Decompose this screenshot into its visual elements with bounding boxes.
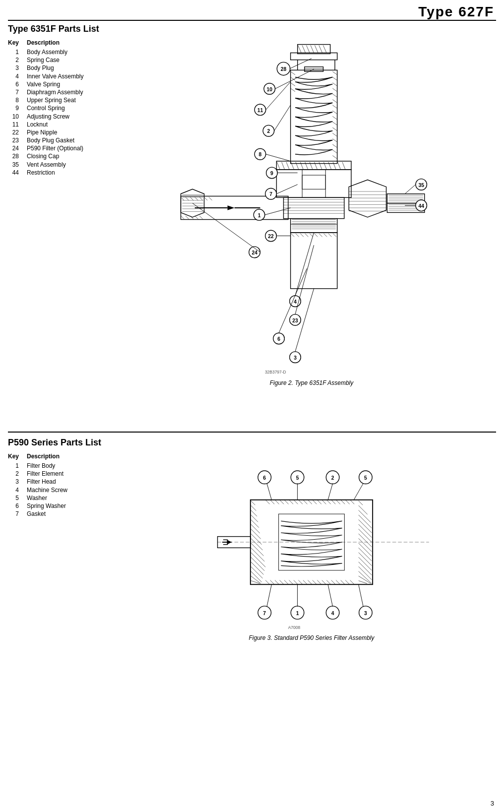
svg-line-179 <box>251 524 260 533</box>
key-cell: 1 <box>8 462 19 470</box>
svg-line-22 <box>332 94 337 97</box>
svg-line-193 <box>359 505 368 514</box>
key-cell: 28 <box>8 152 19 160</box>
table-row: 7Diaphragm Assembly <box>8 88 117 96</box>
svg-line-214 <box>284 500 289 504</box>
desc-cell: Control Spring <box>27 104 117 112</box>
svg-line-257 <box>267 484 271 500</box>
svg-line-224 <box>331 500 336 504</box>
key-cell: 6 <box>8 80 19 88</box>
svg-line-213 <box>280 500 284 504</box>
desc-cell: Body Plug <box>27 64 117 72</box>
figure3-svg: 6 5 2 5 7 <box>192 453 431 631</box>
key-cell: 44 <box>8 169 19 177</box>
svg-line-174 <box>251 501 255 505</box>
svg-text:6: 6 <box>263 475 266 481</box>
svg-line-36 <box>282 162 285 169</box>
svg-text:3: 3 <box>364 611 367 616</box>
svg-line-31 <box>332 144 337 148</box>
table-row: 4Inner Valve Assembly <box>8 72 117 80</box>
table-row: 4Machine Screw <box>8 486 117 494</box>
svg-line-160 <box>295 233 314 296</box>
section1-data-rows: 1Body Assembly2Spring Case3Body Plug4Inn… <box>8 48 117 177</box>
svg-line-142 <box>276 185 297 194</box>
desc-cell: Inner Valve Assembly <box>27 72 117 80</box>
svg-line-234 <box>289 580 294 585</box>
desc-cell: Locknut <box>27 121 117 128</box>
svg-line-104 <box>291 234 295 237</box>
svg-text:23: 23 <box>292 318 298 323</box>
svg-line-225 <box>336 500 340 504</box>
svg-text:32B3797-D: 32B3797-D <box>265 370 286 375</box>
svg-line-151 <box>192 203 260 252</box>
svg-rect-95 <box>291 219 337 233</box>
table-row: 2Spring Case <box>8 56 117 64</box>
svg-line-217 <box>298 500 303 504</box>
svg-line-191 <box>251 581 260 584</box>
svg-line-26 <box>332 117 337 120</box>
svg-line-27 <box>332 122 337 125</box>
key-cell: 7 <box>8 510 19 518</box>
svg-line-266 <box>354 484 363 500</box>
svg-line-17 <box>291 88 295 92</box>
table-header-row: Key Description <box>8 39 117 46</box>
table-row: 6Spring Washer <box>8 502 117 510</box>
svg-line-106 <box>300 234 304 237</box>
svg-line-187 <box>251 562 264 575</box>
desc-cell: Restriction <box>27 169 117 177</box>
svg-line-247 <box>350 580 355 585</box>
svg-text:11: 11 <box>257 108 263 113</box>
page-title: Type 627F <box>418 4 494 20</box>
desc-cell: Filter Element <box>27 470 117 478</box>
s2-table-header-row: Key Description <box>8 453 117 460</box>
svg-line-228 <box>350 500 355 504</box>
key-cell: 11 <box>8 121 19 128</box>
svg-line-244 <box>336 580 340 585</box>
svg-line-8 <box>315 45 318 53</box>
svg-line-185 <box>251 553 265 567</box>
key-cell: 3 <box>8 478 19 486</box>
svg-text:9: 9 <box>270 171 273 176</box>
svg-line-133 <box>274 105 291 131</box>
key-cell: 10 <box>8 113 19 121</box>
desc-cell: Diaphragm Assembly <box>27 88 117 96</box>
section1-parts-list: Key Description 1Body Assembly2Spring Ca… <box>8 39 496 386</box>
table-row: 6Valve Spring <box>8 80 117 88</box>
key-cell: 22 <box>8 128 19 136</box>
col-desc-header: Description <box>27 39 60 46</box>
section2-figure-area: 6 5 2 5 7 <box>127 453 496 641</box>
svg-line-210 <box>265 500 270 504</box>
svg-line-229 <box>265 580 270 585</box>
svg-text:A7008: A7008 <box>288 625 301 630</box>
table-row: 24P590 Filter (Optional) <box>8 144 117 152</box>
svg-line-49 <box>342 162 345 169</box>
svg-line-32 <box>332 150 337 153</box>
svg-text:4: 4 <box>294 299 297 305</box>
section1-title: Type 6351F Parts List <box>8 20 496 34</box>
svg-line-223 <box>326 500 331 504</box>
svg-line-113 <box>333 234 336 237</box>
desc-cell: Washer <box>27 494 117 502</box>
table-row: 1Filter Body <box>8 462 117 470</box>
svg-line-10 <box>323 45 327 53</box>
table-row: 23Body Plug Gasket <box>8 136 117 144</box>
svg-line-72 <box>181 216 184 219</box>
svg-text:2: 2 <box>331 475 334 481</box>
svg-line-183 <box>251 543 264 556</box>
table-row: 8Upper Spring Seat <box>8 96 117 104</box>
table-row: 10Adjusting Screw <box>8 113 117 121</box>
svg-text:1: 1 <box>296 611 299 616</box>
svg-line-231 <box>275 580 279 585</box>
desc-cell: Body Plug Gasket <box>27 136 117 144</box>
key-cell: 2 <box>8 470 19 478</box>
svg-line-239 <box>313 580 317 585</box>
section2-container: P590 Series Parts List Key Description 1… <box>8 432 496 641</box>
svg-line-9 <box>319 45 322 53</box>
section1-figure-area: 28 10 11 2 8 <box>127 39 496 386</box>
key-cell: 1 <box>8 48 19 56</box>
svg-line-112 <box>328 234 332 237</box>
svg-line-241 <box>322 580 326 585</box>
key-cell: 23 <box>8 136 19 144</box>
section2-divider <box>8 432 496 436</box>
svg-line-105 <box>296 234 299 237</box>
